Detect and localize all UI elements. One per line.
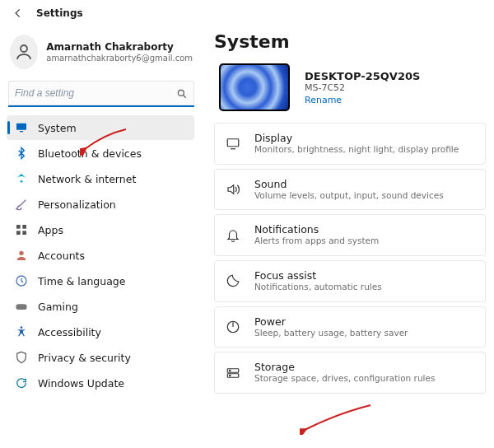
card-subtitle: Notifications, automatic rules: [254, 282, 382, 293]
svg-point-0: [21, 45, 27, 52]
card-power[interactable]: PowerSleep, battery usage, battery saver: [214, 306, 486, 348]
sidebar-item-apps[interactable]: Apps: [7, 217, 194, 242]
svg-rect-11: [16, 304, 26, 310]
apps-icon: [15, 223, 28, 236]
sidebar-item-windows-update[interactable]: Windows Update: [7, 371, 194, 395]
sidebar-item-accounts[interactable]: Accounts: [7, 243, 194, 268]
sidebar-item-label: Accessibility: [38, 326, 101, 338]
card-title: Storage: [254, 361, 435, 373]
monitor-icon: [15, 121, 28, 134]
nav-list: SystemBluetooth & devicesNetwork & inter…: [7, 115, 196, 395]
sidebar-item-label: Apps: [38, 224, 63, 236]
update-icon: [15, 376, 28, 390]
sidebar-item-label: Gaming: [38, 301, 78, 313]
svg-point-12: [21, 326, 23, 329]
device-thumbnail: [219, 63, 290, 111]
card-title: Power: [254, 315, 408, 328]
bluetooth-icon: [15, 147, 28, 160]
sidebar-item-system[interactable]: System: [7, 115, 194, 140]
svg-point-1: [178, 90, 184, 96]
sidebar: Amarnath Chakraborty amarnathchakraborty…: [0, 23, 203, 448]
card-title: Notifications: [254, 223, 379, 236]
shield-icon: [15, 351, 28, 364]
search-icon: [176, 88, 188, 100]
storage-icon: [225, 365, 241, 381]
person-icon: [15, 249, 28, 262]
device-name: DESKTOP-25QV20S: [305, 70, 420, 82]
sidebar-item-gaming[interactable]: Gaming: [7, 294, 194, 319]
sidebar-item-privacy-security[interactable]: Privacy & security: [7, 345, 194, 370]
svg-rect-8: [22, 231, 26, 235]
svg-rect-13: [227, 139, 239, 147]
svg-rect-6: [22, 225, 26, 229]
card-notifications[interactable]: NotificationsAlerts from apps and system: [214, 214, 486, 256]
gaming-icon: [15, 300, 28, 313]
sidebar-item-label: Accounts: [38, 250, 85, 262]
card-display[interactable]: DisplayMonitors, brightness, night light…: [214, 123, 486, 165]
device-block: DESKTOP-25QV20S MS-7C52 Rename: [214, 63, 487, 123]
window-title: Settings: [36, 7, 83, 19]
card-sound[interactable]: SoundVolume levels, output, input, sound…: [214, 169, 486, 211]
sidebar-item-label: Windows Update: [38, 377, 124, 390]
avatar: [10, 35, 38, 69]
card-title: Sound: [254, 178, 444, 190]
svg-rect-2: [16, 124, 26, 130]
page-title: System: [214, 31, 487, 52]
svg-rect-7: [16, 231, 21, 235]
card-subtitle: Alerts from apps and system: [254, 236, 379, 247]
moon-icon: [225, 273, 241, 289]
search-input[interactable]: [8, 81, 194, 107]
card-subtitle: Sleep, battery usage, battery saver: [254, 328, 408, 339]
card-storage[interactable]: StorageStorage space, drives, configurat…: [214, 352, 486, 394]
sidebar-item-accessibility[interactable]: Accessibility: [7, 320, 194, 344]
sidebar-item-label: Privacy & security: [38, 352, 131, 364]
sidebar-item-label: Bluetooth & devices: [38, 147, 142, 160]
svg-rect-3: [20, 131, 23, 132]
power-icon: [225, 319, 241, 335]
svg-point-4: [21, 180, 23, 183]
rename-link[interactable]: Rename: [305, 95, 420, 105]
device-model: MS-7C52: [305, 82, 420, 93]
card-title: Focus assist: [254, 269, 382, 282]
svg-rect-5: [16, 225, 21, 229]
clock-icon: [15, 274, 28, 287]
card-subtitle: Volume levels, output, input, sound devi…: [254, 190, 444, 202]
sidebar-item-label: Time & language: [38, 275, 125, 287]
svg-point-17: [230, 370, 231, 371]
wifi-icon: [15, 172, 28, 185]
accessibility-icon: [15, 325, 28, 338]
settings-card-list: DisplayMonitors, brightness, night light…: [214, 123, 487, 394]
sidebar-item-label: Personalization: [38, 198, 116, 211]
sidebar-item-time-language[interactable]: Time & language: [7, 268, 194, 293]
card-focus-assist[interactable]: Focus assistNotifications, automatic rul…: [214, 260, 486, 302]
back-button[interactable]: [12, 7, 25, 20]
bell-icon: [225, 227, 241, 244]
card-subtitle: Storage space, drives, configuration rul…: [254, 373, 435, 385]
svg-point-18: [230, 375, 231, 376]
svg-point-9: [19, 251, 23, 255]
sidebar-item-network-internet[interactable]: Network & internet: [7, 166, 194, 191]
sidebar-item-label: Network & internet: [38, 173, 136, 185]
card-title: Display: [254, 132, 459, 144]
display-icon: [225, 135, 241, 152]
sound-icon: [225, 181, 241, 198]
card-subtitle: Monitors, brightness, night light, displ…: [254, 144, 459, 156]
sidebar-item-label: System: [38, 122, 77, 134]
brush-icon: [15, 198, 28, 211]
main-content: System DESKTOP-25QV20S MS-7C52 Rename Di…: [203, 23, 494, 448]
sidebar-item-bluetooth-devices[interactable]: Bluetooth & devices: [7, 141, 194, 166]
user-name: Amarnath Chakraborty: [46, 41, 193, 54]
user-profile[interactable]: Amarnath Chakraborty amarnathchakraborty…: [7, 30, 196, 77]
user-email: amarnathchakraborty6@gmail.com: [46, 54, 193, 63]
sidebar-item-personalization[interactable]: Personalization: [7, 192, 194, 217]
